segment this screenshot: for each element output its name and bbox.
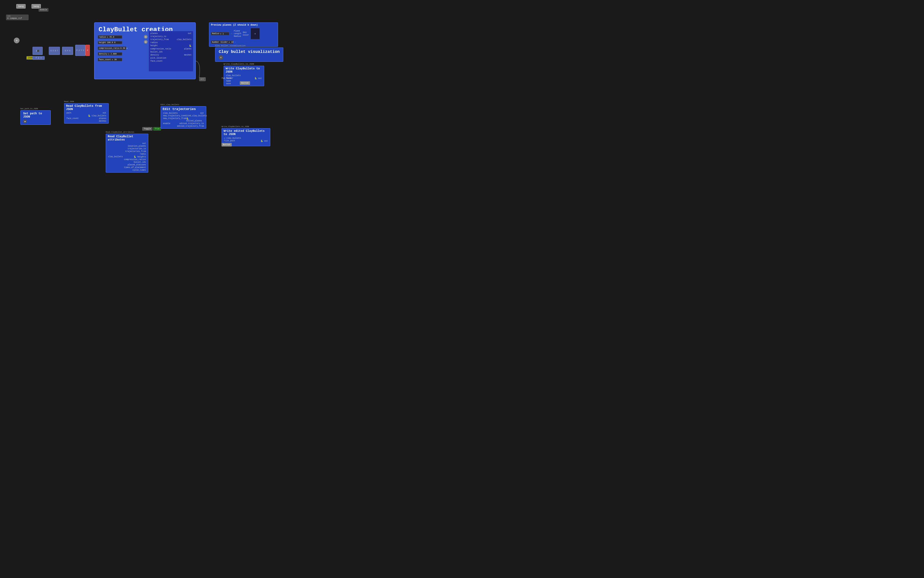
preview-thumbnail: ▣ [251, 28, 260, 39]
io-radius: radius [150, 41, 192, 44]
facecount-input[interactable]: face_count ◇ 30 [98, 58, 122, 61]
button-1-label: Button [241, 82, 249, 84]
edit-section: Edit_clay_bullets Edit trajectories clay… [160, 104, 206, 129]
compression-input[interactable]: compression_ratio 0.50 ◇ [98, 47, 126, 50]
height-label: height [99, 42, 106, 44]
radius-label: radius [99, 36, 106, 38]
io-face-count: face_count [150, 60, 192, 63]
ra-placed: placed_statuses [108, 164, 146, 166]
bang-label-1: bang [18, 5, 24, 8]
rj-path: path out [66, 112, 107, 114]
height-row: height 100.0 0 [97, 41, 128, 45]
radius-row: radius ◇ 45.0 [97, 35, 128, 39]
bang-button-1[interactable]: bang [16, 4, 26, 8]
compas-label: 0 compas_rcf [7, 17, 27, 19]
icon-node-1[interactable]: ⚙ [14, 37, 19, 43]
w2-clay: ☑ clay_bullets [223, 137, 268, 140]
cr-node: cr/ [199, 77, 206, 81]
ra-bullet-ids: bullet_ids [108, 161, 146, 164]
radius-input[interactable]: radius ◇ 45.0 [98, 36, 122, 39]
facecount-value: ◇ 30 [112, 58, 117, 61]
radius-preview-input[interactable]: Radius ◇ 1 [211, 32, 229, 36]
io-trajectory-to: trajectory_to [150, 35, 192, 38]
read-attr-node: Read ClayBullet attributes out location_… [106, 134, 148, 173]
write-json2-label: Write_ClayBullets_to_JSON [222, 126, 270, 128]
read-attr-label: Read_ClayBullet_attributes [106, 131, 148, 133]
clay-vis-controls: ⚙ [219, 55, 280, 60]
preview-outputs-2: Geo Color [243, 31, 249, 36]
top-icon-1[interactable]: ⚙ [144, 35, 147, 39]
read-json-node: Read ClayBullets from JSON path out 🐍 cl… [64, 103, 109, 123]
rj-clay: 🐍 clay_bullets [66, 114, 107, 117]
button-1[interactable]: Button [240, 81, 250, 85]
number-slider-row: Number Slider ◇ 10 → [209, 40, 278, 44]
bang-button-2[interactable]: bang [31, 4, 41, 8]
set-path-node: Set path to JSON ◉ [20, 110, 51, 125]
edit-title: Edit trajectories [163, 107, 204, 111]
edit-label: Edit_clay_bullets [160, 104, 206, 106]
density-label: density [99, 53, 107, 55]
clay-vis-node: Clay bullet visualization ⚙ [215, 47, 283, 62]
ra-clay-input: clay_bullets 🐍 heights [108, 155, 146, 158]
edit-clay: clay_bullets out [163, 112, 204, 115]
io-density: density meshes [150, 54, 192, 57]
number-slider-input[interactable]: Number Slider ◇ 10 [211, 41, 233, 44]
density-value: ◇ 2.000 [108, 53, 117, 55]
w2-filepath: file_path 🐍 out [223, 140, 268, 142]
top-icon-2[interactable]: ⚙ [144, 40, 147, 44]
mid-node-1: I⬛ [32, 47, 43, 55]
io-pick-location: pick_location [150, 57, 192, 60]
set-path-label: Set_path_to_JSON [20, 108, 51, 110]
write-json1-section: Write_ClayBullets_to_JSON Write ClayBull… [223, 63, 264, 86]
density-input[interactable]: density ◇ 2.000 [98, 52, 122, 55]
density-row: density ◇ 2.000 [97, 52, 128, 56]
io-planes: planes out [150, 32, 192, 35]
ra-location: location_planes [108, 145, 146, 148]
compas-node: {0} 0 compas_rcf [6, 15, 28, 20]
ra-compression: compression_ratios [108, 158, 146, 161]
radius-value: ◇ 45.0 [107, 36, 114, 38]
bang-label-2: bang [34, 5, 39, 8]
preview-title: Preview planes (Z should b down) [209, 23, 278, 27]
mid-node-4: P X Y Z [75, 45, 85, 56]
preview-node: Preview planes (Z should b down) Radius … [209, 23, 278, 47]
set-path-section: Set_path_to_JSON Set path to JSON ◉ [20, 108, 51, 125]
mid-node-3: D P S [62, 47, 73, 55]
io-height: height 🐍 [150, 44, 192, 47]
node-group-mid-left: I⬛ [32, 47, 43, 55]
button-2-label: Button [223, 144, 230, 146]
ra-out: out [108, 142, 146, 145]
edit-enable: enable edited_trajectory_to [163, 122, 204, 125]
height-value: 100.0 0 [107, 42, 115, 44]
write-json2-section: Write_ClayBullets_to_JSON Write edited C… [222, 126, 270, 146]
compression-label: compression_ratio [99, 47, 120, 49]
clay-vis-section: Clay_bullet_visualization Clay bullet vi… [215, 45, 283, 62]
write-json1-label: Write_ClayBullets_to_JSON [223, 63, 264, 65]
main-creation-node: ClayBullet creation radius ◇ 45.0 height… [94, 23, 196, 79]
write-json2-title: Write edited ClayBullets to JSON [223, 129, 268, 136]
set-path-icon[interactable]: ◉ [23, 120, 27, 123]
w1-clay: clay_bullets [226, 74, 262, 77]
preview-outputs: Plane Length Radius [234, 30, 241, 37]
io-bullet-ids: bullet_ids [150, 50, 192, 54]
ra-times: times_of_placement [108, 166, 146, 169]
clay-vis-icon[interactable]: ⚙ [219, 55, 223, 60]
button-2[interactable]: Button [222, 143, 232, 146]
toggle-btn[interactable]: Toggle [142, 127, 152, 131]
mid-node-2: G C D T [49, 47, 60, 55]
edit-new-traj-to: new_trajectory_to edited_clay_bullets [163, 115, 204, 117]
read-attr-title: Read ClayBullet attributes [108, 135, 146, 141]
module-label: module [40, 9, 47, 11]
facecount-row: face_count ◇ 30 [97, 58, 128, 62]
ra-traj-from: trajectories_from [108, 150, 146, 153]
toggle-value-text: True [155, 128, 160, 130]
io-trajectory-from: trajectory_from clay_bullets [150, 38, 192, 41]
io-compression: compression_ratio planes [150, 47, 192, 50]
height-input[interactable]: height 100.0 0 [98, 41, 122, 44]
read-json-label: Read_JSON [64, 101, 109, 103]
fab-data-label: fab_data [222, 77, 231, 80]
toggle-section: Toggle True [142, 127, 161, 131]
toggle-value: True [153, 127, 161, 131]
edit-new-traj-from: new_trajectory_from 🐍 edited_planes [163, 117, 204, 122]
compression-row: compression_ratio 0.50 ◇ [97, 46, 128, 50]
